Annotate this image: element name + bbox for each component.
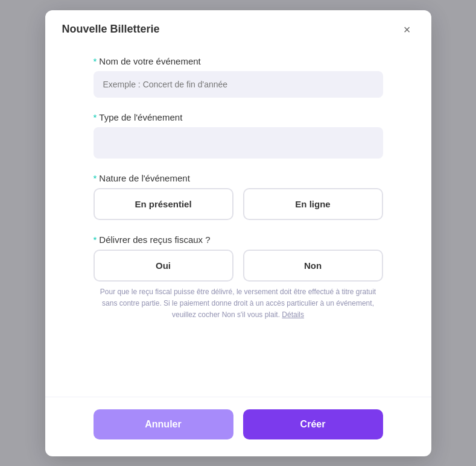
dialog: Nouvelle Billetterie × *Nom de votre évé… xyxy=(45,10,431,456)
option-non[interactable]: Non xyxy=(243,250,383,282)
event-name-group: *Nom de votre événement xyxy=(94,56,383,98)
cancel-button[interactable]: Annuler xyxy=(94,409,233,439)
fiscal-details-link[interactable]: Détails xyxy=(282,310,304,319)
fiscal-note: Pour que le reçu fiscal puisse être déli… xyxy=(94,286,383,321)
event-nature-options: En présentiel En ligne xyxy=(94,188,383,220)
required-star-4: * xyxy=(94,235,97,245)
close-button[interactable]: × xyxy=(400,22,414,37)
required-star-2: * xyxy=(94,112,97,122)
create-button[interactable]: Créer xyxy=(243,409,383,439)
option-presentiel[interactable]: En présentiel xyxy=(94,188,233,220)
dialog-footer: Annuler Créer xyxy=(45,397,431,456)
dialog-header: Nouvelle Billetterie × xyxy=(45,10,431,46)
fiscal-receipts-options: Oui Non xyxy=(94,250,383,282)
event-nature-group: *Nature de l'événement En présentiel En … xyxy=(94,173,383,220)
option-oui[interactable]: Oui xyxy=(94,250,233,282)
required-star-1: * xyxy=(94,56,97,66)
event-name-input[interactable] xyxy=(94,71,383,98)
dialog-body: *Nom de votre événement *Type de l'événe… xyxy=(45,46,431,397)
event-nature-label: *Nature de l'événement xyxy=(94,173,383,183)
option-ligne[interactable]: En ligne xyxy=(243,188,383,220)
dialog-title: Nouvelle Billetterie xyxy=(62,23,160,36)
dialog-overlay: Nouvelle Billetterie × *Nom de votre évé… xyxy=(0,0,476,466)
event-type-label: *Type de l'événement xyxy=(94,112,383,122)
event-type-select[interactable] xyxy=(94,127,383,159)
event-name-label: *Nom de votre événement xyxy=(94,56,383,66)
required-star-3: * xyxy=(94,173,97,183)
fiscal-receipts-label: *Délivrer des reçus fiscaux ? xyxy=(94,235,383,245)
event-type-group: *Type de l'événement xyxy=(94,112,383,159)
fiscal-receipts-group: *Délivrer des reçus fiscaux ? Oui Non Po… xyxy=(94,235,383,321)
